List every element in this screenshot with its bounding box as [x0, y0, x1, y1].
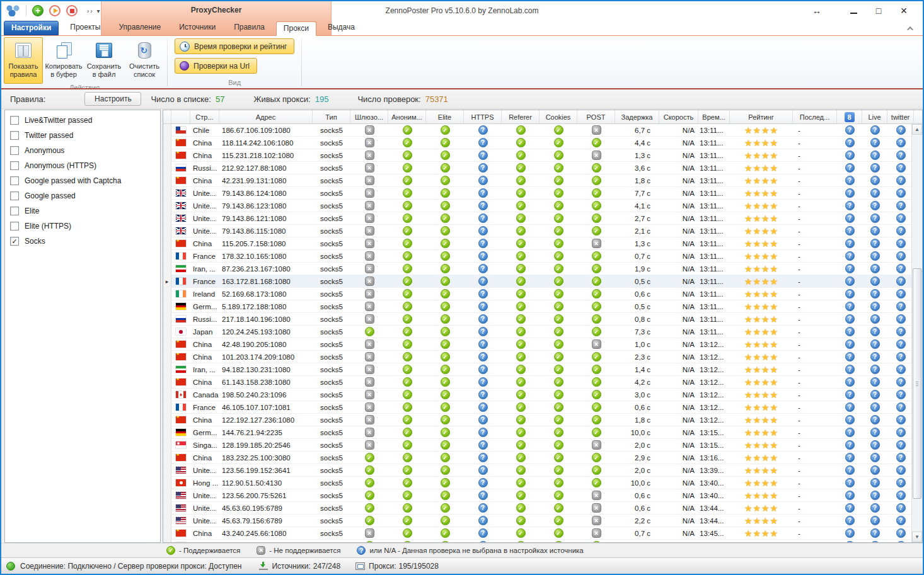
filter-anonymous_https[interactable]: Anonymous (HTTPS): [5, 158, 160, 173]
proxy-row[interactable]: China118.114.242.106:1080socks54,4 сN/A1…: [163, 137, 911, 149]
collapse-ribbon-icon[interactable]: [909, 26, 914, 31]
toolbar-overflow-button[interactable]: ›› ▾: [83, 8, 101, 14]
column-header-https[interactable]: HTTPS: [464, 110, 502, 123]
column-header-speed[interactable]: Скорость: [659, 110, 698, 123]
tab-proxy[interactable]: Прокси: [276, 21, 316, 36]
filter-socks[interactable]: ✓Socks: [5, 234, 160, 249]
scroll-up-arrow-icon[interactable]: ▲: [912, 124, 922, 135]
proxy-row[interactable]: France178.32.10.165:1080socks50,7 сN/A13…: [163, 250, 911, 263]
checkbox-anonymous_https[interactable]: [10, 161, 19, 170]
column-header-anon[interactable]: Аноним...: [388, 110, 426, 123]
proxy-row[interactable]: Russi...212.92.127.88:1080socks53,6 сN/A…: [163, 162, 911, 174]
proxy-row[interactable]: Unite...123.56.199.152:3641socks52,0 сN/…: [163, 464, 911, 477]
check_time_rating-button[interactable]: Время проверки и рейтинг: [175, 38, 294, 54]
proxy-row[interactable]: China115.205.7.158:1080socks51,3 сN/A13:…: [163, 237, 911, 250]
minimize-button[interactable]: [841, 6, 866, 16]
proxy-row[interactable]: Unite...79.143.86.124:1080socks57,7 сN/A…: [163, 187, 911, 200]
scrollbar-thumb[interactable]: [913, 268, 921, 499]
filter-anonymous[interactable]: Anonymous: [5, 143, 160, 158]
tab-settings[interactable]: Настройки: [4, 21, 59, 35]
clear_list-button[interactable]: Очистить список: [125, 37, 164, 84]
column-header-google[interactable]: 8: [837, 110, 862, 123]
proxy-row[interactable]: China42.231.99.131:1080socks51,8 сN/A13:…: [163, 174, 911, 187]
vertical-scrollbar[interactable]: ▲ ▼: [911, 124, 922, 542]
scroll-down-arrow-icon[interactable]: ▼: [912, 532, 922, 542]
proxy-row[interactable]: China43.240.245.66:1080socks50,7 сN/A13:…: [163, 527, 911, 540]
proxy-row[interactable]: China115.231.218.102:1080socks51,3 сN/A1…: [163, 149, 911, 162]
proxy-row[interactable]: Russi...217.18.140.196:1080socks50,8 сN/…: [163, 313, 911, 326]
resize-icon[interactable]: ↔: [804, 6, 829, 16]
copy_buffer-button[interactable]: Копировать в буфер: [44, 37, 83, 84]
checkbox-live_twitter_passed[interactable]: [10, 116, 19, 125]
tab-rules[interactable]: Правила: [227, 21, 272, 35]
checkbox-twitter_passed[interactable]: [10, 131, 19, 140]
configure-button[interactable]: Настроить: [84, 92, 141, 106]
maximize-button[interactable]: □: [866, 6, 891, 16]
column-header-referer[interactable]: Referer: [502, 110, 540, 123]
filter-google_passed_captcha[interactable]: Google passed with Captcha: [5, 173, 160, 188]
checkbox-anonymous[interactable]: [10, 146, 19, 155]
filter-elite_https[interactable]: Elite (HTTPS): [5, 219, 160, 234]
column-header-time[interactable]: Врем...: [698, 110, 730, 123]
column-header-cookies[interactable]: Cookies: [540, 110, 577, 123]
proxy-row[interactable]: Iran, ...94.182.130.231:1080socks51,4 сN…: [163, 363, 911, 376]
proxy-row[interactable]: China183.232.25.100:3080socks52,9 сN/A13…: [163, 452, 911, 464]
proxy-row[interactable]: Unite...123.56.200.75:5261socks50,6 сN/A…: [163, 489, 911, 502]
proxy-row[interactable]: Germ...144.76.21.94:2235socks510,0 сN/A1…: [163, 426, 911, 439]
column-header-live[interactable]: Live: [862, 110, 887, 123]
tab-sources[interactable]: Источники: [172, 21, 222, 35]
column-header-rowhead[interactable]: [163, 110, 171, 123]
column-header-rating[interactable]: Рейтинг: [730, 110, 793, 123]
column-header-country[interactable]: Стр...: [190, 110, 219, 123]
checkbox-elite[interactable]: [10, 207, 19, 215]
proxy-row[interactable]: France46.105.107.107:1081socks50,6 сN/A1…: [163, 401, 911, 414]
proxy-row[interactable]: Unite...79.143.86.123:1080socks54,1 сN/A…: [163, 200, 911, 212]
column-header-elite[interactable]: Elite: [426, 110, 464, 123]
column-header-type[interactable]: Тип: [313, 110, 350, 123]
show_rules-button[interactable]: Показать правила: [4, 37, 43, 84]
column-header-flag[interactable]: [171, 110, 190, 123]
url_checks-button[interactable]: Проверки на Url: [175, 58, 257, 74]
checkbox-socks[interactable]: ✓: [10, 237, 19, 246]
proxy-row[interactable]: Unite...45.63.79.156:6789socks52,2 сN/A1…: [163, 515, 911, 527]
proxy-row[interactable]: China101.203.174.209:1080socks52,3 сN/A1…: [163, 351, 911, 363]
save_file-button[interactable]: Сохранить в файл: [84, 37, 124, 84]
proxy-row[interactable]: Germ...5.189.172.188:1080socks50,5 сN/A1…: [163, 300, 911, 313]
proxy-row[interactable]: Ireland52.169.68.173:1080socks50,6 сN/A1…: [163, 288, 911, 300]
column-header-gateway[interactable]: Шлюзо...: [350, 110, 388, 123]
column-header-post[interactable]: POST: [577, 110, 615, 123]
filter-google_passed[interactable]: Google passed: [5, 188, 160, 203]
proxy-row[interactable]: Unite...79.143.86.121:1080socks52,7 сN/A…: [163, 212, 911, 225]
add-button[interactable]: +: [32, 5, 43, 16]
tab-output[interactable]: Выдача: [321, 21, 362, 35]
column-header-last[interactable]: Послед...: [793, 110, 837, 123]
play-button[interactable]: [49, 5, 61, 16]
proxy-row[interactable]: Iran, ...87.236.213.167:1080socks51,9 сN…: [163, 263, 911, 275]
proxy-row[interactable]: Japan120.24.245.193:1080socks57,3 сN/A13…: [163, 326, 911, 338]
proxy-row[interactable]: Hong ...112.90.51.50:4130socks510,0 сN/A…: [163, 477, 911, 489]
column-header-delay[interactable]: Задержка: [615, 110, 659, 123]
checkbox-google_passed[interactable]: [10, 191, 19, 200]
proxy-row[interactable]: ▸France163.172.81.168:1080socks50,5 сN/A…: [163, 275, 911, 288]
proxy-row[interactable]: Singa...128.199.185.20:2546socks52,0 сN/…: [163, 439, 911, 452]
proxy-row[interactable]: China122.192.127.236:1080socks51,8 сN/A1…: [163, 414, 911, 426]
stop-button[interactable]: [66, 5, 78, 16]
live-cell: [862, 477, 887, 489]
column-header-address[interactable]: Адрес: [219, 110, 313, 123]
filter-live_twitter_passed[interactable]: Live&Twitter passed: [5, 113, 160, 128]
column-header-twitter[interactable]: twitter: [887, 110, 914, 123]
proxy-row[interactable]: China42.48.190.205:1080socks51,0 сN/A13:…: [163, 338, 911, 351]
proxy-row[interactable]: Unite...79.143.86.115:1080socks52,1 сN/A…: [163, 225, 911, 237]
proxy-row[interactable]: China61.143.158.238:1080socks54,2 сN/A13…: [163, 376, 911, 389]
checkbox-google_passed_captcha[interactable]: [10, 176, 19, 185]
tab-projects[interactable]: Проекты: [63, 21, 107, 35]
filter-twitter_passed[interactable]: Twitter passed: [5, 128, 160, 143]
filter-elite[interactable]: Elite: [5, 203, 160, 219]
proxy-row[interactable]: Chile186.67.106.109:1080socks56,7 сN/A13…: [163, 124, 911, 137]
close-button[interactable]: ×: [891, 4, 916, 18]
proxy-row[interactable]: Unite...45.63.60.195:6789socks50,6 сN/A1…: [163, 502, 911, 515]
proxy-row[interactable]: ★★★★: [163, 540, 911, 542]
checkbox-elite_https[interactable]: [10, 222, 19, 231]
proxy-row[interactable]: Canada198.50.240.23:1096socks53,0 сN/A13…: [163, 389, 911, 401]
tab-management[interactable]: Управление: [112, 21, 168, 35]
